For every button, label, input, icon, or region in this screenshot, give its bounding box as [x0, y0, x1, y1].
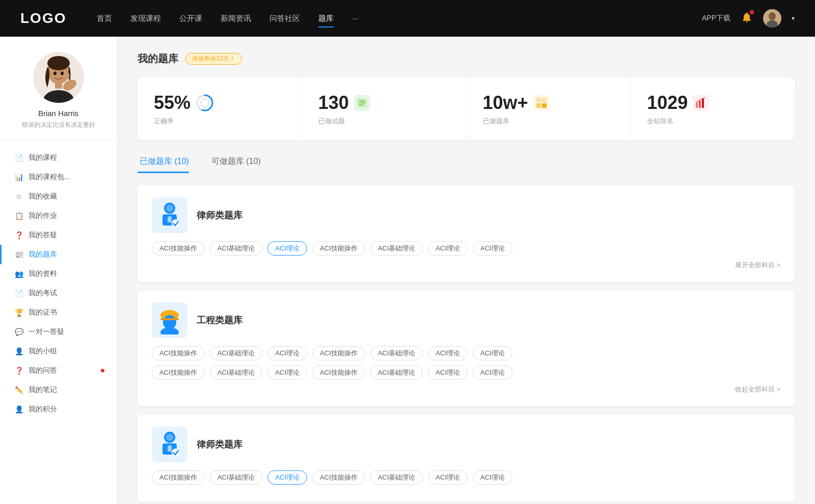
sidebar-item-label-6: 我的资料 — [29, 269, 57, 278]
tab-0[interactable]: 已做题库 (10) — [138, 152, 199, 173]
stat-done-banks-label: 已做题库 — [483, 117, 614, 126]
user-avatar[interactable] — [763, 9, 781, 27]
sidebar-item-7[interactable]: 📄我的考试 — [0, 284, 117, 303]
sidebar-item-9[interactable]: 💬一对一答疑 — [0, 322, 117, 342]
expand-link-0[interactable]: 展开全部科目 > — [735, 261, 780, 270]
sidebar-item-3[interactable]: 📋我的作业 — [0, 206, 117, 226]
nav-item-问答社区[interactable]: 问答社区 — [269, 12, 300, 25]
sidebar-item-11[interactable]: ❓我的问答 — [0, 361, 117, 380]
avatar-image — [763, 9, 781, 27]
stat-accuracy: 55% 正确率 — [138, 78, 302, 140]
qbank-tag-1-1[interactable]: ACI基础理论 — [210, 346, 263, 360]
qbank-tag-2-2[interactable]: ACI理论 — [267, 470, 307, 485]
qbank-tag-1-2[interactable]: ACI理论 — [267, 346, 307, 360]
svg-rect-19 — [536, 98, 541, 102]
sidebar-item-dot-11 — [101, 369, 104, 373]
stat-accuracy-label: 正确率 — [154, 117, 285, 126]
app-download-button[interactable]: APP下载 — [702, 14, 730, 23]
sidebar-item-13[interactable]: 👤我的积分 — [0, 400, 117, 419]
svg-rect-21 — [536, 103, 541, 108]
stat-accuracy-value: 55% — [154, 92, 191, 114]
qbank-tag-0-6[interactable]: ACI理论 — [473, 241, 512, 256]
tab-1[interactable]: 可做题库 (10) — [209, 152, 271, 173]
sidebar-item-8[interactable]: 🏆我的证书 — [0, 303, 117, 322]
sidebar-item-label-3: 我的作业 — [29, 211, 57, 220]
qbank-tags-2: ACI技能操作ACI基础理论ACI理论ACI技能操作ACI基础理论ACI理论AC… — [152, 470, 780, 485]
sidebar-item-label-2: 我的收藏 — [29, 192, 57, 201]
sidebar-item-4[interactable]: ❓我的答疑 — [0, 226, 117, 245]
svg-point-28 — [166, 205, 173, 212]
qbank-tag-0-4[interactable]: ACI基础理论 — [370, 241, 423, 256]
qbank-tag-2-3[interactable]: ACI技能操作 — [312, 470, 365, 485]
engineer-icon-wrap-1 — [152, 302, 187, 338]
sidebar-avatar — [33, 52, 84, 103]
qbank-tag-0-1[interactable]: ACI基础理论 — [210, 241, 263, 256]
sidebar-item-12[interactable]: ✏️我的笔记 — [0, 380, 117, 400]
notification-bell-button[interactable] — [741, 11, 753, 25]
sidebar-item-label-13: 我的积分 — [29, 405, 57, 414]
qbank-tag-2-6[interactable]: ACI理论 — [473, 470, 512, 485]
nav-item-题库[interactable]: 题库 — [318, 12, 334, 25]
sidebar-item-icon-10: 👤 — [14, 347, 23, 356]
done-banks-icon — [533, 95, 550, 111]
sidebar-item-label-4: 我的答疑 — [29, 231, 57, 240]
qbank-tag-2-5[interactable]: ACI理论 — [428, 470, 468, 485]
nav-item-···[interactable]: ··· — [352, 12, 359, 25]
main-content: 我的题库 体验剩余23天！ 55% 正确率 — [117, 37, 815, 504]
qbank-tag-r2-1-5[interactable]: ACI理论 — [428, 366, 468, 380]
qbank-tag-2-0[interactable]: ACI技能操作 — [152, 470, 205, 485]
svg-point-11 — [61, 72, 64, 75]
stat-done-questions-label: 已做试题 — [318, 117, 450, 126]
sidebar-item-icon-9: 💬 — [14, 327, 23, 337]
svg-rect-29 — [168, 216, 172, 222]
logo: LOGO — [20, 10, 66, 26]
sidebar-item-0[interactable]: 📄我的课程 — [0, 148, 117, 167]
nav-item-发现课程[interactable]: 发现课程 — [130, 12, 161, 25]
sidebar-item-2[interactable]: ☆我的收藏 — [0, 187, 117, 206]
sidebar-item-10[interactable]: 👤我的小组 — [0, 342, 117, 361]
qbank-tag-0-0[interactable]: ACI技能操作 — [152, 241, 205, 256]
engineer-icon — [156, 306, 183, 334]
svg-point-14 — [201, 99, 209, 107]
qbank-tag-0-5[interactable]: ACI理论 — [428, 241, 468, 256]
sidebar-username: Brian Harris — [38, 109, 78, 118]
user-dropdown-arrow[interactable]: ▾ — [792, 15, 795, 22]
qbank-tag-r2-1-6[interactable]: ACI理论 — [473, 366, 512, 380]
nav-item-公开课[interactable]: 公开课 — [179, 12, 202, 25]
qbank-card-header-0: 律师类题库 — [152, 198, 780, 233]
qbank-card-header-2: 律师类题库 — [152, 427, 780, 462]
nav-item-新闻资讯[interactable]: 新闻资讯 — [221, 12, 251, 25]
qbank-tag-r2-1-4[interactable]: ACI基础理论 — [370, 366, 423, 380]
qbank-tag-r2-1-3[interactable]: ACI技能操作 — [312, 366, 365, 380]
qbank-tag-r2-1-1[interactable]: ACI基础理论 — [210, 366, 263, 380]
qbank-tag-0-2[interactable]: ACI理论 — [267, 241, 307, 256]
rank-icon — [693, 95, 709, 111]
sidebar-item-label-12: 我的笔记 — [29, 385, 57, 395]
expand-link-1[interactable]: 收起全部科目 > — [735, 385, 780, 394]
sidebar-item-6[interactable]: 👥我的资料 — [0, 264, 117, 284]
qbank-card-1: 工程类题库ACI技能操作ACI基础理论ACI理论ACI技能操作ACI基础理论AC… — [138, 290, 795, 406]
sidebar-item-1[interactable]: 📊我的课程包... — [0, 167, 117, 187]
qbank-tag-r2-1-0[interactable]: ACI技能操作 — [152, 366, 205, 380]
sidebar-item-label-11: 我的问答 — [29, 366, 57, 375]
sidebar: Brian Harris 错误的决定比没有决定要好 📄我的课程📊我的课程包...… — [0, 37, 117, 504]
qbank-tag-1-5[interactable]: ACI理论 — [428, 346, 468, 360]
qbank-footer-0: 展开全部科目 > — [152, 261, 780, 270]
qbank-tag-1-6[interactable]: ACI理论 — [473, 346, 512, 360]
svg-point-6 — [47, 56, 70, 70]
qbank-tag-2-1[interactable]: ACI基础理论 — [210, 470, 263, 485]
qbank-tag-r2-1-2[interactable]: ACI理论 — [267, 366, 307, 380]
qbank-tag-1-3[interactable]: ACI技能操作 — [312, 346, 365, 360]
stat-done-questions: 130 已做试题 — [302, 78, 467, 140]
qbank-tag-2-4[interactable]: ACI基础理论 — [370, 470, 423, 485]
qbank-tag-1-4[interactable]: ACI基础理论 — [370, 346, 423, 360]
qbank-tag-1-0[interactable]: ACI技能操作 — [152, 346, 205, 360]
nav-item-首页[interactable]: 首页 — [97, 12, 112, 25]
svg-rect-25 — [702, 99, 704, 108]
stats-row: 55% 正确率 130 — [138, 78, 795, 140]
sidebar-item-icon-13: 👤 — [14, 405, 23, 414]
sidebar-item-5[interactable]: 📰我的题库 — [0, 245, 117, 264]
qbank-tag-0-3[interactable]: ACI技能操作 — [312, 241, 365, 256]
stat-done-questions-value: 130 — [318, 92, 349, 114]
qbank-title-0: 律师类题库 — [197, 209, 242, 221]
